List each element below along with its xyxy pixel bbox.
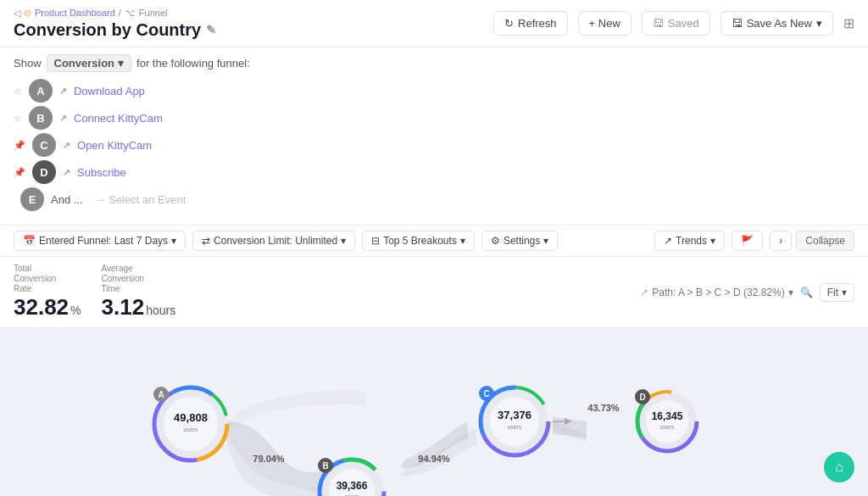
top-bar-actions: ↻ Refresh + New 🖫 Saved 🖫 Save As New ▾ … [493, 11, 854, 36]
avg-time-label: Average Conversion Time [102, 264, 176, 294]
step-icon-a: ↗ [59, 86, 67, 97]
search-icon: 🔍 [800, 287, 813, 298]
show-bar: Show Conversion ▾ for the following funn… [14, 54, 854, 72]
conversion-selector[interactable]: Conversion ▾ [47, 54, 132, 72]
chevron-down-icon: ▾ [842, 287, 847, 298]
top-breakouts-button[interactable]: ⊟ Top 5 Breakouts ▾ [362, 231, 475, 251]
save-as-new-button[interactable]: 🖫 Save As New ▾ [721, 11, 833, 36]
path-label: Path: A > B > C > D (32.82%) [652, 287, 784, 298]
step-circle-a: A [29, 79, 53, 103]
badge-text-b: B [322, 461, 328, 471]
pin-icon-c[interactable]: 📌 [14, 140, 25, 151]
badge-text-a: A [158, 390, 164, 399]
new-button[interactable]: + New [578, 11, 632, 36]
node-c-users: 37,376 [498, 409, 531, 421]
breadcrumb: ◁ ⊙ Product Dashboard / ⌥ Funnel [14, 8, 216, 19]
breadcrumb-funnel: Funnel [139, 8, 168, 18]
step-label-b[interactable]: Connect KittyCam [74, 112, 163, 125]
donut-inner-a [164, 397, 218, 451]
collapse-button[interactable]: Collapse [796, 231, 854, 251]
select-event-label[interactable]: → Select an Event [95, 193, 186, 206]
edit-icon[interactable]: ✎ [206, 23, 216, 36]
conversion-rate-unit: % [70, 304, 81, 317]
stats-right: ↗ Path: A > B > C > D (32.82%) ▾ 🔍 Fit ▾ [640, 283, 854, 302]
top-breakouts-label: Top 5 Breakouts [383, 235, 457, 247]
save-as-new-label: Save As New [747, 17, 812, 30]
chevron-down-icon: ▾ [341, 235, 346, 247]
fit-button[interactable]: Fit ▾ [820, 283, 854, 302]
node-c-unit: users [507, 424, 522, 430]
conversion-rate-number: 32.82 [14, 294, 69, 320]
step-label-c[interactable]: Open KittyCam [77, 139, 152, 152]
save-new-icon: 🖫 [732, 17, 743, 30]
star-icon-a[interactable]: ☆ [14, 86, 22, 97]
flag-button[interactable]: 🚩 [732, 231, 763, 251]
for-label: for the following funnel: [136, 57, 250, 70]
chevron-down-icon: ▾ [543, 235, 548, 247]
chevron-down-icon: ▾ [460, 235, 465, 247]
node-a-unit: users [183, 426, 198, 432]
step-icon-b: ↗ [59, 113, 67, 124]
arrows-icon: ⇄ [202, 235, 210, 247]
step-label-a[interactable]: Download App [74, 85, 145, 98]
funnel-svg: A 49,808 users B 39,366 users C 37, [103, 337, 765, 496]
pin-icon-d[interactable]: 📌 [14, 167, 25, 178]
filter-icon: ⊟ [371, 235, 380, 247]
path-icon: ↗ [640, 287, 648, 298]
flow-b-c2 [400, 428, 476, 476]
avg-time-value: 3.12 hours [102, 294, 176, 320]
page-title-text: Conversion by Country [14, 20, 201, 40]
avg-time-stat: Average Conversion Time 3.12 hours [102, 264, 176, 320]
conversion-rate-label: Total Conversion Rate [14, 264, 81, 294]
home-action-button[interactable]: ⌂ [824, 452, 854, 482]
conversion-rate-value: 32.82 % [14, 294, 81, 320]
saved-button[interactable]: 🖫 Saved [642, 11, 710, 36]
new-label: + New [589, 17, 620, 30]
back-icon: ◁ [14, 8, 20, 19]
step-e: E And ... → Select an Event [14, 187, 854, 211]
breadcrumb-product-dashboard[interactable]: Product Dashboard [35, 8, 115, 18]
chevron-right-button[interactable]: › [770, 231, 792, 251]
controls-bar: 📅 Entered Funnel: Last 7 Days ▾ ⇄ Conver… [0, 226, 868, 257]
step-c: 📌 C ↗ Open KittyCam [14, 133, 854, 157]
top-bar: ◁ ⊙ Product Dashboard / ⌥ Funnel Convers… [0, 0, 868, 47]
conversion-limit-button[interactable]: ⇄ Conversion Limit: Unlimited ▾ [192, 231, 355, 251]
conversion-limit-label: Conversion Limit: Unlimited [214, 235, 337, 247]
funnel-steps-panel: Show Conversion ▾ for the following funn… [0, 47, 868, 226]
funnel-icon: ⌥ [125, 8, 136, 19]
settings-button[interactable]: ⚙ Settings ▾ [481, 231, 558, 251]
node-d-users: 16,345 [652, 410, 683, 422]
refresh-icon: ↻ [504, 17, 514, 30]
breadcrumb-sep1: / [119, 8, 121, 18]
gear-icon: ⚙ [491, 235, 500, 247]
node-c: C 37,376 users [479, 386, 548, 455]
save-icon: 🖫 [653, 17, 664, 30]
trends-icon: ↗ [664, 235, 672, 247]
step-circle-b: B [29, 106, 53, 130]
chevron-down-icon: ▾ [816, 17, 822, 30]
grid-icon[interactable]: ⊞ [843, 15, 854, 31]
entered-funnel-button[interactable]: 📅 Entered Funnel: Last 7 Days ▾ [14, 231, 186, 251]
path-info: ↗ Path: A > B > C > D (32.82%) ▾ [640, 287, 793, 298]
viz-area: A 49,808 users B 39,366 users C 37, [0, 328, 868, 496]
node-b-users: 39,366 [337, 480, 368, 492]
node-a: A 49,808 users [153, 387, 227, 460]
home-icon: ⊙ [24, 8, 31, 19]
conversion-rate-stat: Total Conversion Rate 32.82 % [14, 264, 81, 320]
node-a-users: 49,808 [174, 411, 208, 424]
calendar-icon: 📅 [23, 235, 36, 247]
and-label: And ... [51, 193, 83, 206]
badge-text-d: D [639, 393, 645, 402]
chevron-down-icon: ▾ [171, 235, 176, 247]
settings-label: Settings [504, 235, 540, 247]
node-d-unit: users [659, 424, 675, 430]
node-b: B 39,366 users [318, 458, 384, 496]
trends-button[interactable]: ↗ Trends ▾ [654, 231, 725, 251]
stats-left: Total Conversion Rate 32.82 % Average Co… [14, 264, 175, 320]
star-icon-b[interactable]: ☆ [14, 113, 22, 124]
step-icon-c: ↗ [63, 140, 70, 151]
step-label-d[interactable]: Subscribe [77, 166, 126, 179]
refresh-button[interactable]: ↻ Refresh [493, 11, 568, 36]
stats-bar: Total Conversion Rate 32.82 % Average Co… [0, 257, 868, 328]
avg-time-unit: hours [146, 304, 175, 317]
